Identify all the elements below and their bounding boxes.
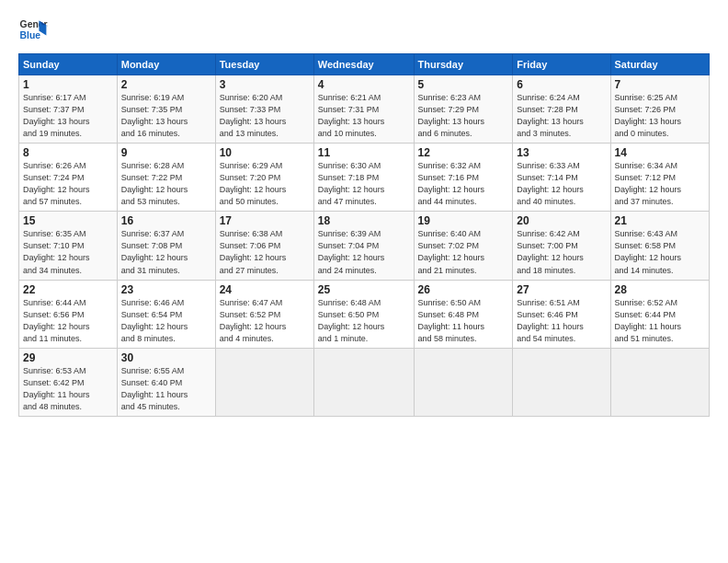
day-number: 28 xyxy=(615,283,705,296)
table-row: 5Sunrise: 6:23 AM Sunset: 7:29 PM Daylig… xyxy=(414,75,513,144)
table-row: 11Sunrise: 6:30 AM Sunset: 7:18 PM Dayli… xyxy=(313,144,414,212)
day-info: Sunrise: 6:46 AM Sunset: 6:54 PM Dayligh… xyxy=(121,297,211,345)
day-info: Sunrise: 6:35 AM Sunset: 7:10 PM Dayligh… xyxy=(23,228,113,276)
day-info: Sunrise: 6:32 AM Sunset: 7:16 PM Dayligh… xyxy=(418,160,509,208)
table-row: 3Sunrise: 6:20 AM Sunset: 7:33 PM Daylig… xyxy=(215,75,313,144)
day-number: 9 xyxy=(121,146,211,159)
table-row: 15Sunrise: 6:35 AM Sunset: 7:10 PM Dayli… xyxy=(19,212,118,280)
day-number: 20 xyxy=(517,214,606,227)
table-row: 19Sunrise: 6:40 AM Sunset: 7:02 PM Dayli… xyxy=(414,212,513,280)
day-number: 15 xyxy=(23,214,113,227)
day-number: 16 xyxy=(121,214,211,227)
day-info: Sunrise: 6:44 AM Sunset: 6:56 PM Dayligh… xyxy=(23,297,113,345)
day-info: Sunrise: 6:43 AM Sunset: 6:58 PM Dayligh… xyxy=(615,228,705,276)
day-info: Sunrise: 6:55 AM Sunset: 6:40 PM Dayligh… xyxy=(121,365,211,413)
day-number: 8 xyxy=(23,146,113,159)
day-number: 18 xyxy=(318,214,410,227)
table-row: 13Sunrise: 6:33 AM Sunset: 7:14 PM Dayli… xyxy=(513,144,610,212)
day-number: 27 xyxy=(517,283,606,296)
header: General Blue xyxy=(18,15,710,44)
day-info: Sunrise: 6:26 AM Sunset: 7:24 PM Dayligh… xyxy=(23,160,113,208)
day-number: 19 xyxy=(418,214,509,227)
table-row: 8Sunrise: 6:26 AM Sunset: 7:24 PM Daylig… xyxy=(19,144,118,212)
day-info: Sunrise: 6:51 AM Sunset: 6:46 PM Dayligh… xyxy=(517,297,606,345)
calendar-row: 1Sunrise: 6:17 AM Sunset: 7:37 PM Daylig… xyxy=(19,75,710,144)
day-number: 7 xyxy=(615,78,705,91)
header-row: Sunday Monday Tuesday Wednesday Thursday… xyxy=(19,54,710,75)
day-number: 11 xyxy=(318,146,410,159)
day-number: 30 xyxy=(121,351,211,364)
day-number: 17 xyxy=(220,214,310,227)
day-info: Sunrise: 6:33 AM Sunset: 7:14 PM Dayligh… xyxy=(517,160,606,208)
calendar-row: 15Sunrise: 6:35 AM Sunset: 7:10 PM Dayli… xyxy=(19,212,710,280)
table-row: 22Sunrise: 6:44 AM Sunset: 6:56 PM Dayli… xyxy=(19,280,118,348)
table-row: 16Sunrise: 6:37 AM Sunset: 7:08 PM Dayli… xyxy=(117,212,215,280)
table-row: 1Sunrise: 6:17 AM Sunset: 7:37 PM Daylig… xyxy=(19,75,118,144)
day-number: 4 xyxy=(318,78,410,91)
day-info: Sunrise: 6:19 AM Sunset: 7:35 PM Dayligh… xyxy=(121,92,211,140)
table-row xyxy=(313,348,414,416)
day-number: 5 xyxy=(418,78,509,91)
day-info: Sunrise: 6:21 AM Sunset: 7:31 PM Dayligh… xyxy=(318,92,410,140)
col-tuesday: Tuesday xyxy=(215,54,313,75)
table-row xyxy=(215,348,313,416)
table-row: 21Sunrise: 6:43 AM Sunset: 6:58 PM Dayli… xyxy=(610,212,709,280)
table-row: 27Sunrise: 6:51 AM Sunset: 6:46 PM Dayli… xyxy=(513,280,610,348)
logo: General Blue xyxy=(18,15,48,44)
col-sunday: Sunday xyxy=(19,54,118,75)
table-row: 2Sunrise: 6:19 AM Sunset: 7:35 PM Daylig… xyxy=(117,75,215,144)
table-row: 10Sunrise: 6:29 AM Sunset: 7:20 PM Dayli… xyxy=(215,144,313,212)
calendar-row: 29Sunrise: 6:53 AM Sunset: 6:42 PM Dayli… xyxy=(19,348,710,416)
day-number: 3 xyxy=(220,78,310,91)
calendar-row: 22Sunrise: 6:44 AM Sunset: 6:56 PM Dayli… xyxy=(19,280,710,348)
day-info: Sunrise: 6:29 AM Sunset: 7:20 PM Dayligh… xyxy=(220,160,310,208)
table-row: 18Sunrise: 6:39 AM Sunset: 7:04 PM Dayli… xyxy=(313,212,414,280)
day-number: 1 xyxy=(23,78,113,91)
day-number: 6 xyxy=(517,78,606,91)
day-info: Sunrise: 6:28 AM Sunset: 7:22 PM Dayligh… xyxy=(121,160,211,208)
table-row xyxy=(610,348,709,416)
table-row: 9Sunrise: 6:28 AM Sunset: 7:22 PM Daylig… xyxy=(117,144,215,212)
table-row: 30Sunrise: 6:55 AM Sunset: 6:40 PM Dayli… xyxy=(117,348,215,416)
table-row xyxy=(414,348,513,416)
col-friday: Friday xyxy=(513,54,610,75)
day-number: 29 xyxy=(23,351,113,364)
table-row: 23Sunrise: 6:46 AM Sunset: 6:54 PM Dayli… xyxy=(117,280,215,348)
day-info: Sunrise: 6:39 AM Sunset: 7:04 PM Dayligh… xyxy=(318,228,410,276)
day-info: Sunrise: 6:40 AM Sunset: 7:02 PM Dayligh… xyxy=(418,228,509,276)
logo-icon: General Blue xyxy=(18,15,48,44)
col-thursday: Thursday xyxy=(414,54,513,75)
day-number: 2 xyxy=(121,78,211,91)
table-row xyxy=(513,348,610,416)
table-row: 14Sunrise: 6:34 AM Sunset: 7:12 PM Dayli… xyxy=(610,144,709,212)
day-info: Sunrise: 6:24 AM Sunset: 7:28 PM Dayligh… xyxy=(517,92,606,140)
col-monday: Monday xyxy=(117,54,215,75)
day-info: Sunrise: 6:30 AM Sunset: 7:18 PM Dayligh… xyxy=(318,160,410,208)
table-row: 17Sunrise: 6:38 AM Sunset: 7:06 PM Dayli… xyxy=(215,212,313,280)
day-info: Sunrise: 6:53 AM Sunset: 6:42 PM Dayligh… xyxy=(23,365,113,413)
table-row: 6Sunrise: 6:24 AM Sunset: 7:28 PM Daylig… xyxy=(513,75,610,144)
table-row: 4Sunrise: 6:21 AM Sunset: 7:31 PM Daylig… xyxy=(313,75,414,144)
day-info: Sunrise: 6:20 AM Sunset: 7:33 PM Dayligh… xyxy=(220,92,310,140)
day-number: 13 xyxy=(517,146,606,159)
day-info: Sunrise: 6:42 AM Sunset: 7:00 PM Dayligh… xyxy=(517,228,606,276)
col-wednesday: Wednesday xyxy=(313,54,414,75)
day-number: 21 xyxy=(615,214,705,227)
day-info: Sunrise: 6:52 AM Sunset: 6:44 PM Dayligh… xyxy=(615,297,705,345)
day-info: Sunrise: 6:37 AM Sunset: 7:08 PM Dayligh… xyxy=(121,228,211,276)
table-row: 28Sunrise: 6:52 AM Sunset: 6:44 PM Dayli… xyxy=(610,280,709,348)
calendar-row: 8Sunrise: 6:26 AM Sunset: 7:24 PM Daylig… xyxy=(19,144,710,212)
day-info: Sunrise: 6:38 AM Sunset: 7:06 PM Dayligh… xyxy=(220,228,310,276)
day-number: 23 xyxy=(121,283,211,296)
day-number: 12 xyxy=(418,146,509,159)
day-number: 14 xyxy=(615,146,705,159)
calendar-table: Sunday Monday Tuesday Wednesday Thursday… xyxy=(18,53,710,417)
day-info: Sunrise: 6:17 AM Sunset: 7:37 PM Dayligh… xyxy=(23,92,113,140)
table-row: 20Sunrise: 6:42 AM Sunset: 7:00 PM Dayli… xyxy=(513,212,610,280)
day-number: 25 xyxy=(318,283,410,296)
table-row: 25Sunrise: 6:48 AM Sunset: 6:50 PM Dayli… xyxy=(313,280,414,348)
table-row: 7Sunrise: 6:25 AM Sunset: 7:26 PM Daylig… xyxy=(610,75,709,144)
svg-text:Blue: Blue xyxy=(20,30,41,40)
day-info: Sunrise: 6:25 AM Sunset: 7:26 PM Dayligh… xyxy=(615,92,705,140)
day-info: Sunrise: 6:48 AM Sunset: 6:50 PM Dayligh… xyxy=(318,297,410,345)
